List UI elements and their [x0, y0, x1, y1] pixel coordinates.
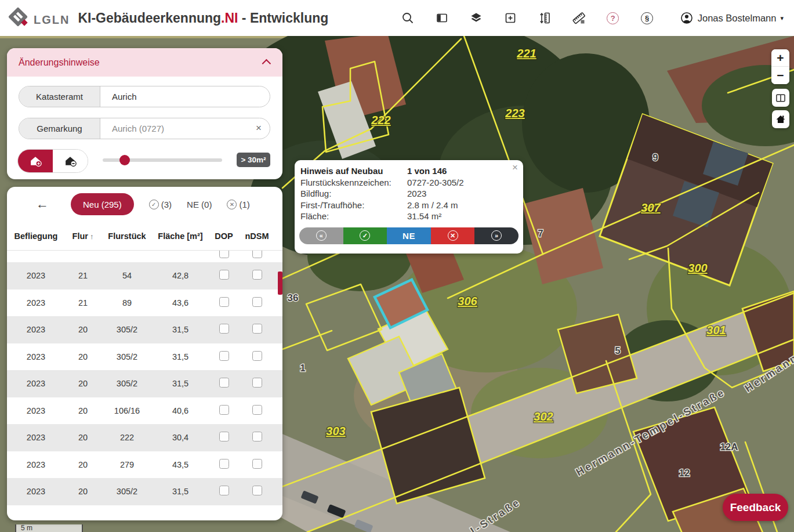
area-filter-slider[interactable] — [103, 158, 222, 162]
cell-befliegung: 2023 — [7, 352, 65, 361]
cell-flur: 20 — [65, 406, 101, 415]
tab-ne[interactable]: NE (0) — [187, 200, 212, 209]
cell-flurstueck: 89 — [101, 298, 153, 307]
col-dop[interactable]: DOP — [208, 231, 240, 241]
filter-panel-header[interactable]: Änderungshinweise — [7, 48, 282, 77]
back-arrow-icon[interactable]: ← — [36, 197, 49, 212]
area-filter-badge: > 30m² — [237, 153, 270, 167]
dop-checkbox[interactable] — [219, 378, 229, 388]
ne-hint-button[interactable]: NE — [387, 227, 431, 244]
ndsm-checkbox[interactable] — [252, 270, 262, 280]
table-row[interactable]: 2023 20 305/2 31,5 — [7, 316, 282, 343]
ndsm-checkbox[interactable] — [252, 324, 262, 334]
katasteramt-field[interactable]: Katasteramt Aurich — [19, 86, 270, 107]
cell-flurstueck: 222 — [101, 433, 153, 442]
col-flaeche[interactable]: Fläche [m²] — [153, 231, 208, 241]
ndsm-checkbox[interactable] — [252, 432, 262, 441]
help-button[interactable]: ? — [606, 10, 621, 26]
table-row[interactable]: 2023 21 54 42,8 — [7, 262, 282, 289]
add-layer-button[interactable] — [503, 10, 518, 26]
close-icon[interactable]: × — [512, 162, 518, 173]
table-scrollbar[interactable] — [278, 272, 282, 295]
home-extent-button[interactable] — [772, 110, 789, 128]
gemarkung-label: Gemarkung — [19, 118, 100, 139]
parcel-label-303: 303 — [326, 425, 345, 437]
dop-checkbox[interactable] — [219, 251, 229, 258]
cell-flur: 20 — [65, 433, 101, 442]
table-row[interactable]: 2023 20 279 43,5 — [7, 451, 282, 479]
dop-checkbox[interactable] — [219, 324, 229, 334]
gemarkung-field[interactable]: Gemarkung Aurich (0727) × — [19, 118, 270, 139]
table-row[interactable]: 2023 20 305/2 31,5 — [7, 370, 282, 397]
ndsm-checkbox[interactable] — [252, 378, 262, 388]
dop-checkbox[interactable] — [219, 270, 229, 280]
col-ndsm[interactable]: nDSM — [240, 231, 274, 241]
demolished-building-toggle[interactable] — [53, 150, 88, 172]
first-hint-button[interactable]: « — [299, 227, 343, 244]
layers-button[interactable] — [469, 10, 484, 26]
zoom-out-button[interactable]: − — [771, 67, 789, 84]
new-building-toggle[interactable] — [18, 150, 53, 172]
ndsm-checkbox[interactable] — [252, 486, 262, 495]
katasteramt-value[interactable]: Aurich — [100, 86, 270, 107]
search-button[interactable] — [400, 10, 415, 26]
cell-flurstueck: 305/2 — [101, 487, 153, 496]
tab-accepted[interactable]: ✓ (3) — [149, 200, 172, 209]
feedback-button[interactable]: Feedback — [723, 494, 788, 521]
dop-checkbox[interactable] — [219, 405, 229, 415]
gemarkung-value[interactable]: Aurich (0727) — [100, 118, 270, 139]
dop-checkbox[interactable] — [219, 297, 229, 307]
house-number-12: 12 — [679, 468, 690, 479]
popup-counter: 1 von 146 — [407, 165, 517, 177]
height-measure-button[interactable] — [537, 10, 552, 26]
zoom-in-button[interactable]: + — [771, 49, 789, 67]
user-menu[interactable]: Jonas Bostelmann ▾ — [680, 11, 784, 25]
clear-icon[interactable]: × — [256, 122, 262, 134]
cell-befliegung: 2023 — [7, 487, 65, 496]
dop-checkbox[interactable] — [219, 351, 229, 361]
chevron-down-icon: ▾ — [780, 15, 784, 22]
table-row[interactable]: 2023 21 89 43,6 — [7, 289, 282, 317]
parcel-label-306: 306 — [458, 295, 477, 307]
height-ruler-icon — [538, 11, 552, 25]
table-row[interactable]: 2023 20 305/2 31,5 — [7, 343, 282, 371]
sidebar-toggle-button[interactable] — [434, 10, 449, 26]
compare-view-button[interactable] — [772, 89, 789, 107]
ndsm-checkbox[interactable] — [252, 351, 262, 361]
field-value: 31.54 m² — [407, 211, 517, 222]
accept-hint-button[interactable]: ✓ — [343, 227, 387, 244]
table-row[interactable]: 2023 20 222 30,4 — [7, 424, 282, 451]
table-row[interactable]: 2023 20 305/2 31,5 — [7, 478, 282, 505]
dop-checkbox[interactable] — [219, 486, 229, 495]
tab-rejected[interactable]: ✕ (1) — [227, 200, 249, 209]
col-befliegung[interactable]: Befliegung — [7, 231, 65, 241]
table-header: Befliegung Flur↑ Flurstück Fläche [m²] D… — [7, 222, 282, 251]
house-number-7: 7 — [538, 228, 543, 239]
tab-neu[interactable]: Neu (295) — [71, 193, 134, 215]
dop-checkbox[interactable] — [219, 432, 229, 441]
col-flur[interactable]: Flur↑ — [65, 231, 101, 241]
ndsm-checkbox[interactable] — [252, 405, 262, 415]
legal-button[interactable]: § — [640, 10, 655, 26]
ndsm-checkbox[interactable] — [252, 297, 262, 307]
lgln-logo: LGLN — [8, 6, 70, 30]
filter-panel: Änderungshinweise Katasteramt Aurich Gem… — [7, 48, 282, 179]
ndsm-checkbox[interactable] — [252, 459, 262, 469]
ndsm-checkbox[interactable] — [252, 251, 262, 258]
col-flurstueck[interactable]: Flurstück — [101, 231, 153, 241]
measure-tool-button[interactable] — [571, 10, 586, 26]
slider-thumb[interactable] — [119, 155, 130, 165]
field-label: Flurstückskennzeichen: — [300, 177, 407, 189]
skip-last-icon: » — [491, 230, 502, 241]
results-panel: ← Neu (295) ✓ (3) NE (0) ✕ (1) Befliegun… — [7, 187, 282, 520]
dop-checkbox[interactable] — [219, 459, 229, 469]
cell-flurstueck: 305/2 — [101, 379, 153, 388]
cell-flaeche: 42,8 — [153, 271, 208, 280]
table-row-partial[interactable] — [7, 251, 282, 262]
reject-hint-button[interactable]: ✕ — [431, 227, 475, 244]
parcel-label-300: 300 — [688, 262, 707, 274]
last-hint-button[interactable]: » — [474, 227, 519, 244]
table-row[interactable]: 2023 20 106/16 40,6 — [7, 397, 282, 425]
cell-flaeche: 30,4 — [153, 433, 208, 442]
cell-flur: 20 — [65, 325, 101, 334]
